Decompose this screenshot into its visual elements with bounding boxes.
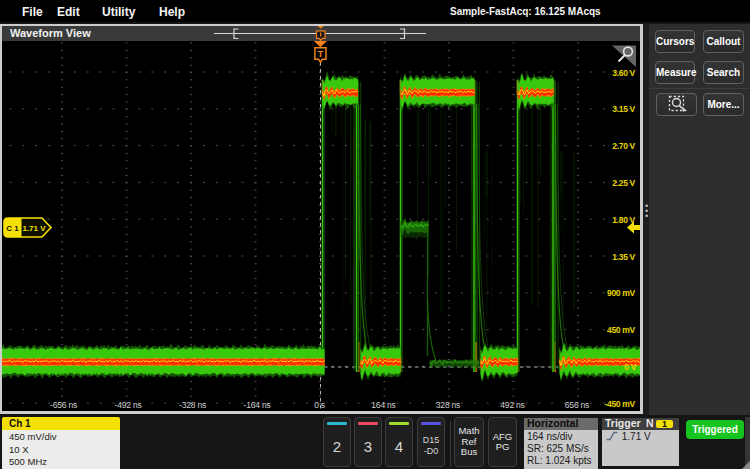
svg-text:-656 ns: -656 ns: [50, 400, 77, 410]
svg-text:656 ns: 656 ns: [565, 400, 589, 410]
svg-text:492 ns: 492 ns: [500, 400, 524, 410]
svg-text:-450 mV: -450 mV: [604, 399, 635, 409]
svg-text:900 mV: 900 mV: [607, 288, 636, 298]
svg-text:-164 ns: -164 ns: [244, 400, 271, 410]
svg-text:0 s: 0 s: [314, 400, 325, 410]
svg-text:0 V: 0 V: [624, 362, 636, 372]
svg-text:450 mV: 450 mV: [607, 325, 636, 335]
svg-text:328 ns: 328 ns: [436, 400, 460, 410]
svg-text:-492 ns: -492 ns: [115, 400, 142, 410]
svg-text:3.60 V: 3.60 V: [612, 68, 635, 78]
svg-text:C 1: C 1: [6, 224, 19, 233]
svg-text:T: T: [318, 48, 324, 59]
svg-text:1.71 V: 1.71 V: [22, 224, 46, 233]
svg-text:2.70 V: 2.70 V: [612, 141, 635, 151]
svg-text:3.15 V: 3.15 V: [612, 104, 635, 114]
svg-text:-328 ns: -328 ns: [179, 400, 206, 410]
svg-text:1.35 V: 1.35 V: [612, 252, 635, 262]
svg-text:164 ns: 164 ns: [371, 400, 395, 410]
svg-text:2.25 V: 2.25 V: [612, 178, 635, 188]
